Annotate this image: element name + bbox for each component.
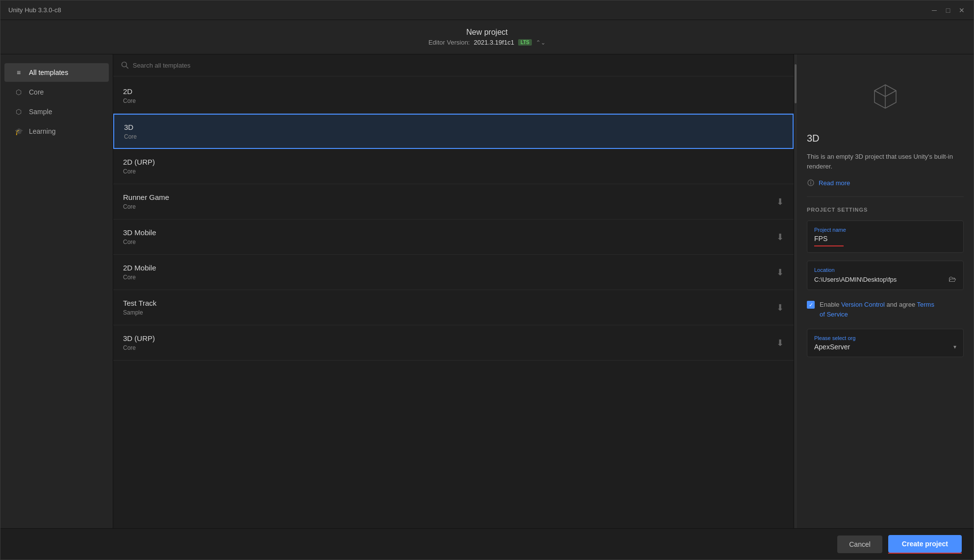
main-content: ≡ All templates ⬡ Core ⬡ Sample 🎓 Learni… (0, 54, 974, 528)
checkbox-text: Enable Version Control and agree Terms o… (820, 300, 934, 319)
app-window: Unity Hub 3.3.0-c8 ─ □ ✕ New project Edi… (0, 0, 974, 560)
template-category-3d-mobile: Core (123, 239, 156, 245)
title-bar: Unity Hub 3.3.0-c8 ─ □ ✕ (0, 0, 974, 20)
chevron-down-icon: ▾ (953, 343, 956, 350)
version-control-checkbox-row: ✓ Enable Version Control and agree Terms… (807, 298, 964, 321)
search-wrapper (121, 61, 786, 69)
3d-cube-icon (871, 81, 900, 110)
list-icon: ≡ (14, 68, 23, 77)
location-field: Location C:\Users\ADMIN\Desktop\fps 🗁 (807, 261, 964, 290)
template-item-3d[interactable]: 3D Core (113, 114, 794, 149)
download-icon-runner-game: ⬇ (776, 196, 784, 207)
project-name-underline (814, 245, 844, 246)
dialog-title: New project (466, 28, 507, 37)
template-name-2d-mobile: 2D Mobile (123, 264, 156, 272)
box-icon: ⬡ (14, 88, 23, 97)
nodes-icon: ⬡ (14, 107, 23, 116)
search-input[interactable] (133, 62, 786, 69)
sidebar-label-all-templates: All templates (29, 69, 68, 76)
template-info-2d-mobile: 2D Mobile Core (123, 264, 156, 281)
template-category-3d: Core (124, 133, 137, 140)
org-row: ApexServer ▾ (814, 343, 956, 351)
template-info-3d: 3D Core (124, 123, 137, 140)
window-controls: ─ □ ✕ (930, 6, 966, 14)
project-name-input[interactable] (814, 235, 956, 243)
template-info-2d: 2D Core (123, 87, 136, 104)
selected-template-name: 3D (807, 133, 964, 144)
templates-area: 2D Core 3D Core 2D (URP) Core (113, 54, 794, 528)
version-selector-arrows[interactable]: ⌃⌄ (536, 39, 546, 46)
minimize-button[interactable]: ─ (930, 6, 938, 14)
svg-line-1 (126, 66, 128, 68)
enable-text: Enable (820, 301, 841, 308)
sidebar-item-sample[interactable]: ⬡ Sample (4, 102, 109, 121)
location-path: C:\Users\ADMIN\Desktop\fps (814, 276, 897, 283)
close-button[interactable]: ✕ (958, 6, 966, 14)
template-name-test-track: Test Track (123, 299, 156, 307)
read-more-link[interactable]: Read more (819, 179, 850, 187)
template-item-3d-mobile[interactable]: 3D Mobile Core ⬇ (113, 219, 794, 255)
template-name-2d: 2D (123, 87, 136, 96)
project-name-field: Project name (807, 220, 964, 253)
header: New project Editor Version: 2021.3.19f1c… (0, 20, 974, 54)
template-item-2d-mobile[interactable]: 2D Mobile Core ⬇ (113, 255, 794, 290)
right-panel: 3D This is an empty 3D project that uses… (797, 54, 974, 528)
template-item-2d[interactable]: 2D Core (113, 78, 794, 114)
version-control-checkbox[interactable]: ✓ (807, 301, 815, 309)
template-category-2d: Core (123, 97, 136, 104)
maximize-button[interactable]: □ (944, 6, 952, 14)
sidebar-label-sample: Sample (29, 108, 52, 116)
location-row: C:\Users\ADMIN\Desktop\fps 🗁 (814, 275, 956, 284)
folder-icon[interactable]: 🗁 (949, 275, 956, 284)
template-info-3d-mobile: 3D Mobile Core (123, 228, 156, 245)
cancel-button[interactable]: Cancel (837, 536, 882, 553)
template-info-test-track: Test Track Sample (123, 299, 156, 316)
info-icon (807, 179, 815, 187)
svg-point-3 (810, 181, 811, 182)
version-control-link[interactable]: Version Control (841, 301, 885, 308)
create-button-underline (888, 553, 962, 554)
location-label: Location (814, 267, 956, 273)
template-list: 2D Core 3D Core 2D (URP) Core (113, 76, 794, 528)
template-name-2d-urp: 2D (URP) (123, 158, 155, 166)
template-name-runner-game: Runner Game (123, 193, 169, 201)
search-icon (121, 61, 129, 69)
template-info-runner-game: Runner Game Core (123, 193, 169, 210)
template-category-2d-mobile: Core (123, 274, 156, 281)
bottom-bar: Cancel Create project (0, 528, 974, 560)
template-item-3d-urp[interactable]: 3D (URP) Core ⬇ (113, 325, 794, 361)
create-project-button[interactable]: Create project (888, 535, 962, 553)
sidebar-label-learning: Learning (29, 127, 56, 135)
sidebar-item-learning[interactable]: 🎓 Learning (4, 122, 109, 141)
sidebar-label-core: Core (29, 88, 44, 96)
scrollbar[interactable] (794, 54, 797, 528)
download-icon-test-track: ⬇ (776, 302, 784, 313)
template-category-test-track: Sample (123, 309, 156, 316)
read-more-row[interactable]: Read more (807, 179, 964, 187)
download-icon-3d-mobile: ⬇ (776, 232, 784, 243)
app-title: Unity Hub 3.3.0-c8 (8, 6, 61, 14)
terms-link[interactable]: Terms (917, 301, 934, 308)
template-item-runner-game[interactable]: Runner Game Core ⬇ (113, 184, 794, 219)
sidebar: ≡ All templates ⬡ Core ⬡ Sample 🎓 Learni… (0, 54, 113, 528)
sidebar-item-all-templates[interactable]: ≡ All templates (4, 63, 109, 82)
template-name-3d-mobile: 3D Mobile (123, 228, 156, 237)
template-name-3d: 3D (124, 123, 137, 131)
graduation-icon: 🎓 (14, 127, 23, 136)
of-service-link[interactable]: of Service (820, 311, 848, 318)
template-item-2d-urp[interactable]: 2D (URP) Core (113, 149, 794, 184)
org-selector[interactable]: Please select org ApexServer ▾ (807, 329, 964, 357)
download-icon-2d-mobile: ⬇ (776, 267, 784, 278)
download-icon-3d-urp: ⬇ (776, 338, 784, 348)
template-item-test-track[interactable]: Test Track Sample ⬇ (113, 290, 794, 325)
template-category-2d-urp: Core (123, 168, 155, 175)
search-bar (113, 54, 794, 76)
template-category-3d-urp: Core (123, 344, 155, 351)
editor-version-row: Editor Version: 2021.3.19f1c1 LTS ⌃⌄ (428, 39, 546, 46)
org-label: Please select org (814, 335, 956, 341)
sidebar-item-core[interactable]: ⬡ Core (4, 83, 109, 101)
lts-badge: LTS (518, 39, 532, 46)
template-category-runner-game: Core (123, 203, 169, 210)
project-settings-label: PROJECT SETTINGS (807, 207, 964, 213)
template-name-3d-urp: 3D (URP) (123, 334, 155, 342)
